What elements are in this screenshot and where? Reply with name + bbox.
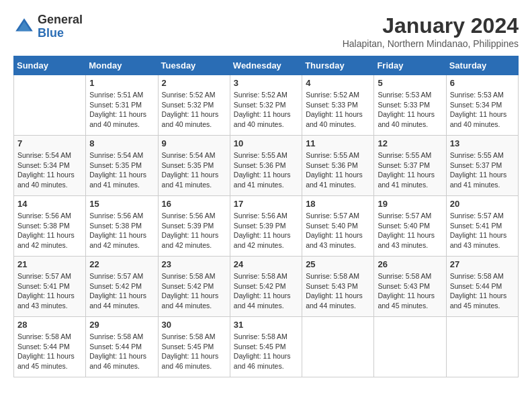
title-block: January 2024 Halapitan, Northern Mindana… bbox=[343, 13, 519, 49]
day-number: 10 bbox=[234, 138, 298, 148]
day-number: 8 bbox=[89, 138, 154, 148]
calendar-week-row: 7Sunrise: 5:54 AMSunset: 5:34 PMDaylight… bbox=[14, 136, 519, 196]
day-sun-info: Sunrise: 5:54 AMSunset: 5:34 PMDaylight:… bbox=[17, 150, 82, 190]
calendar-cell: 25Sunrise: 5:58 AMSunset: 5:43 PMDayligh… bbox=[302, 257, 374, 317]
day-sun-info: Sunrise: 5:57 AMSunset: 5:41 PMDaylight:… bbox=[450, 211, 515, 250]
day-sun-info: Sunrise: 5:57 AMSunset: 5:41 PMDaylight:… bbox=[17, 271, 82, 311]
calendar-week-row: 1Sunrise: 5:51 AMSunset: 5:31 PMDaylight… bbox=[14, 75, 519, 136]
calendar-cell: 10Sunrise: 5:55 AMSunset: 5:36 PMDayligh… bbox=[230, 136, 302, 196]
day-sun-info: Sunrise: 5:55 AMSunset: 5:37 PMDaylight:… bbox=[378, 150, 442, 190]
day-of-week-sunday: Sunday bbox=[14, 56, 86, 75]
day-number: 25 bbox=[306, 259, 370, 269]
day-sun-info: Sunrise: 5:56 AMSunset: 5:38 PMDaylight:… bbox=[89, 211, 154, 250]
day-sun-info: Sunrise: 5:57 AMSunset: 5:40 PMDaylight:… bbox=[378, 211, 442, 250]
calendar-cell bbox=[374, 317, 446, 377]
day-number: 29 bbox=[89, 320, 154, 330]
day-of-week-saturday: Saturday bbox=[446, 56, 518, 75]
calendar-week-row: 14Sunrise: 5:56 AMSunset: 5:38 PMDayligh… bbox=[14, 196, 519, 257]
calendar-week-row: 21Sunrise: 5:57 AMSunset: 5:41 PMDayligh… bbox=[14, 257, 519, 317]
calendar-cell: 26Sunrise: 5:58 AMSunset: 5:43 PMDayligh… bbox=[374, 257, 446, 317]
day-of-week-wednesday: Wednesday bbox=[230, 56, 302, 75]
day-sun-info: Sunrise: 5:58 AMSunset: 5:44 PMDaylight:… bbox=[450, 271, 515, 311]
day-sun-info: Sunrise: 5:58 AMSunset: 5:42 PMDaylight:… bbox=[162, 271, 226, 311]
calendar-cell: 19Sunrise: 5:57 AMSunset: 5:40 PMDayligh… bbox=[374, 196, 446, 257]
day-number: 6 bbox=[450, 78, 515, 88]
day-of-week-friday: Friday bbox=[374, 56, 446, 75]
calendar-cell: 1Sunrise: 5:51 AMSunset: 5:31 PMDaylight… bbox=[86, 75, 158, 136]
day-number: 16 bbox=[162, 199, 226, 209]
page-header: General Blue January 2024 Halapitan, Nor… bbox=[13, 13, 519, 49]
day-number: 28 bbox=[17, 320, 82, 330]
calendar-cell: 5Sunrise: 5:53 AMSunset: 5:33 PMDaylight… bbox=[374, 75, 446, 136]
day-number: 13 bbox=[450, 138, 515, 148]
day-sun-info: Sunrise: 5:53 AMSunset: 5:33 PMDaylight:… bbox=[378, 90, 442, 130]
day-sun-info: Sunrise: 5:53 AMSunset: 5:34 PMDaylight:… bbox=[450, 90, 515, 130]
calendar-cell: 21Sunrise: 5:57 AMSunset: 5:41 PMDayligh… bbox=[14, 257, 86, 317]
day-sun-info: Sunrise: 5:58 AMSunset: 5:43 PMDaylight:… bbox=[378, 271, 442, 311]
calendar-table: SundayMondayTuesdayWednesdayThursdayFrid… bbox=[13, 56, 519, 377]
day-of-week-thursday: Thursday bbox=[302, 56, 374, 75]
calendar-cell: 2Sunrise: 5:52 AMSunset: 5:32 PMDaylight… bbox=[158, 75, 230, 136]
day-number: 15 bbox=[89, 199, 154, 209]
calendar-cell: 24Sunrise: 5:58 AMSunset: 5:42 PMDayligh… bbox=[230, 257, 302, 317]
calendar-cell: 17Sunrise: 5:56 AMSunset: 5:39 PMDayligh… bbox=[230, 196, 302, 257]
day-number: 18 bbox=[306, 199, 370, 209]
calendar-cell: 18Sunrise: 5:57 AMSunset: 5:40 PMDayligh… bbox=[302, 196, 374, 257]
day-sun-info: Sunrise: 5:54 AMSunset: 5:35 PMDaylight:… bbox=[89, 150, 154, 190]
day-number: 17 bbox=[234, 199, 298, 209]
day-sun-info: Sunrise: 5:56 AMSunset: 5:39 PMDaylight:… bbox=[234, 211, 298, 250]
calendar-cell: 28Sunrise: 5:58 AMSunset: 5:44 PMDayligh… bbox=[14, 317, 86, 377]
day-sun-info: Sunrise: 5:58 AMSunset: 5:44 PMDaylight:… bbox=[89, 332, 154, 371]
calendar-cell: 23Sunrise: 5:58 AMSunset: 5:42 PMDayligh… bbox=[158, 257, 230, 317]
day-number: 7 bbox=[17, 138, 82, 148]
calendar-cell bbox=[14, 75, 86, 136]
day-sun-info: Sunrise: 5:58 AMSunset: 5:44 PMDaylight:… bbox=[17, 332, 82, 371]
day-sun-info: Sunrise: 5:51 AMSunset: 5:31 PMDaylight:… bbox=[89, 90, 154, 130]
calendar-header-row: SundayMondayTuesdayWednesdayThursdayFrid… bbox=[14, 56, 519, 75]
calendar-cell: 4Sunrise: 5:52 AMSunset: 5:33 PMDaylight… bbox=[302, 75, 374, 136]
location-subtitle: Halapitan, Northern Mindanao, Philippine… bbox=[343, 38, 519, 49]
calendar-cell: 16Sunrise: 5:56 AMSunset: 5:39 PMDayligh… bbox=[158, 196, 230, 257]
calendar-cell: 29Sunrise: 5:58 AMSunset: 5:44 PMDayligh… bbox=[86, 317, 158, 377]
day-sun-info: Sunrise: 5:57 AMSunset: 5:42 PMDaylight:… bbox=[89, 271, 154, 311]
calendar-cell bbox=[446, 317, 518, 377]
calendar-cell: 15Sunrise: 5:56 AMSunset: 5:38 PMDayligh… bbox=[86, 196, 158, 257]
day-sun-info: Sunrise: 5:58 AMSunset: 5:45 PMDaylight:… bbox=[234, 332, 298, 371]
day-number: 26 bbox=[378, 259, 442, 269]
logo-general: General bbox=[38, 13, 83, 26]
day-sun-info: Sunrise: 5:52 AMSunset: 5:33 PMDaylight:… bbox=[306, 90, 370, 130]
day-number: 27 bbox=[450, 259, 515, 269]
day-number: 21 bbox=[17, 259, 82, 269]
calendar-cell: 31Sunrise: 5:58 AMSunset: 5:45 PMDayligh… bbox=[230, 317, 302, 377]
calendar-cell: 22Sunrise: 5:57 AMSunset: 5:42 PMDayligh… bbox=[86, 257, 158, 317]
day-sun-info: Sunrise: 5:57 AMSunset: 5:40 PMDaylight:… bbox=[306, 211, 370, 250]
day-number: 30 bbox=[162, 320, 226, 330]
day-number: 22 bbox=[89, 259, 154, 269]
day-number: 23 bbox=[162, 259, 226, 269]
month-year-title: January 2024 bbox=[343, 13, 519, 38]
day-number: 24 bbox=[234, 259, 298, 269]
day-number: 19 bbox=[378, 199, 442, 209]
calendar-cell: 7Sunrise: 5:54 AMSunset: 5:34 PMDaylight… bbox=[14, 136, 86, 196]
day-sun-info: Sunrise: 5:55 AMSunset: 5:37 PMDaylight:… bbox=[450, 150, 515, 190]
calendar-week-row: 28Sunrise: 5:58 AMSunset: 5:44 PMDayligh… bbox=[14, 317, 519, 377]
day-sun-info: Sunrise: 5:52 AMSunset: 5:32 PMDaylight:… bbox=[162, 90, 226, 130]
calendar-cell: 12Sunrise: 5:55 AMSunset: 5:37 PMDayligh… bbox=[374, 136, 446, 196]
calendar-cell bbox=[302, 317, 374, 377]
day-number: 9 bbox=[162, 138, 226, 148]
day-sun-info: Sunrise: 5:52 AMSunset: 5:32 PMDaylight:… bbox=[234, 90, 298, 130]
calendar-cell: 13Sunrise: 5:55 AMSunset: 5:37 PMDayligh… bbox=[446, 136, 518, 196]
day-number: 20 bbox=[450, 199, 515, 209]
calendar-cell: 30Sunrise: 5:58 AMSunset: 5:45 PMDayligh… bbox=[158, 317, 230, 377]
generalblue-logo-icon bbox=[13, 16, 35, 38]
calendar-cell: 9Sunrise: 5:54 AMSunset: 5:35 PMDaylight… bbox=[158, 136, 230, 196]
day-number: 14 bbox=[17, 199, 82, 209]
day-sun-info: Sunrise: 5:56 AMSunset: 5:39 PMDaylight:… bbox=[162, 211, 226, 250]
logo-blue: Blue bbox=[38, 26, 64, 40]
day-sun-info: Sunrise: 5:58 AMSunset: 5:45 PMDaylight:… bbox=[162, 332, 226, 371]
day-sun-info: Sunrise: 5:55 AMSunset: 5:36 PMDaylight:… bbox=[234, 150, 298, 190]
day-sun-info: Sunrise: 5:58 AMSunset: 5:42 PMDaylight:… bbox=[234, 271, 298, 311]
calendar-cell: 14Sunrise: 5:56 AMSunset: 5:38 PMDayligh… bbox=[14, 196, 86, 257]
day-number: 11 bbox=[306, 138, 370, 148]
calendar-cell: 3Sunrise: 5:52 AMSunset: 5:32 PMDaylight… bbox=[230, 75, 302, 136]
